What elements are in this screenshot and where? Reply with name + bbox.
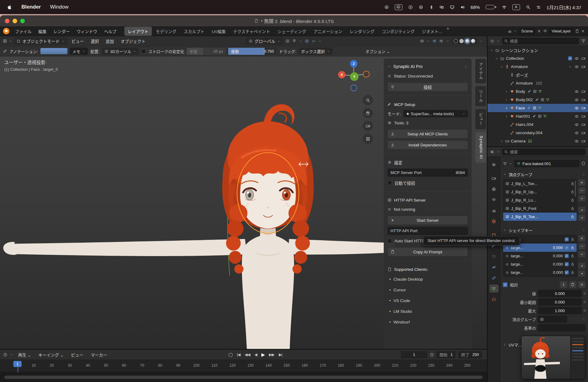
proportional-edit-icon[interactable]: [305, 39, 309, 43]
basis-field[interactable]: [538, 324, 586, 331]
hide-eye-icon[interactable]: [575, 106, 579, 110]
workspace-tab-uv[interactable]: UV編集: [209, 27, 229, 36]
tab-world[interactable]: [489, 217, 499, 225]
menu-file[interactable]: ファイル: [12, 27, 35, 36]
jump-to-start-button[interactable]: |◀: [237, 352, 240, 357]
zoom-window-button[interactable]: [20, 19, 25, 23]
panel-drag-dots-icon[interactable]: [464, 65, 468, 69]
minimize-window-button[interactable]: [13, 19, 17, 23]
vertex-group-row-selected[interactable]: J_Bip_R_Toe...: [503, 213, 577, 221]
panel-drag-dots-icon[interactable]: [582, 228, 586, 232]
chevron-down-icon[interactable]: [299, 40, 302, 43]
marker-menu[interactable]: マーカー: [88, 350, 110, 359]
add-vertex-group-button[interactable]: [578, 179, 586, 186]
outliner-row-body002[interactable]: Body.002: [488, 96, 588, 104]
install-dependencies-button[interactable]: Install Dependencies: [387, 140, 468, 149]
tab-view[interactable]: ビュー: [475, 109, 486, 129]
drag-dropdown[interactable]: ボックス選択: [299, 47, 333, 55]
http-api-port-field[interactable]: HTTP API Port: [387, 227, 468, 235]
outliner-row-collection[interactable]: Collection ✓: [488, 54, 588, 62]
chevron-down-icon[interactable]: [509, 162, 512, 165]
outliner-row-hair001[interactable]: Hair001: [488, 112, 588, 120]
hide-eye-icon[interactable]: [575, 89, 579, 94]
keying-menu[interactable]: キーイング ⌄: [36, 350, 66, 359]
prev-keyframe-button[interactable]: ◀◀: [245, 352, 250, 357]
outliner-search-input[interactable]: 検索: [502, 38, 579, 44]
list-scrollbar[interactable]: [575, 181, 576, 197]
shape-key-row[interactable]: targe... 0.000 ✓: [503, 252, 577, 260]
properties-search-input[interactable]: 検索: [502, 149, 586, 155]
vertex-group-selector[interactable]: [538, 316, 567, 323]
lock-open-icon[interactable]: [571, 254, 575, 258]
mcp-mode-dropdown[interactable]: ★ SuperSav... meta-tools): [403, 110, 468, 117]
lock-open-icon[interactable]: [571, 262, 575, 266]
chevron-down-icon[interactable]: [387, 65, 391, 68]
tab-material[interactable]: [489, 295, 499, 303]
vertex-groups-section-header[interactable]: 頂点グループ: [503, 170, 586, 178]
viewlayer-copy-icon[interactable]: [575, 29, 579, 33]
tab-scene[interactable]: [489, 206, 499, 214]
chevron-down-icon[interactable]: [9, 40, 12, 43]
outliner-row-body[interactable]: Body: [488, 87, 588, 96]
orientation-dropdown[interactable]: グローバル: [246, 37, 283, 45]
view-menu[interactable]: ビュー: [69, 37, 87, 45]
lock-open-icon[interactable]: [571, 198, 575, 202]
chevron-down-icon[interactable]: [318, 40, 322, 43]
close-window-button[interactable]: [5, 19, 9, 23]
sync-icon[interactable]: ◯: [228, 352, 233, 357]
shape-key-row[interactable]: targe... 0.000 ✓: [503, 268, 577, 277]
chevron-down-icon[interactable]: [427, 40, 430, 43]
chevron-down-icon[interactable]: [496, 39, 500, 43]
viewlayer-icon[interactable]: [543, 29, 547, 33]
play-reverse-button[interactable]: ◀: [254, 352, 257, 357]
chevron-down-icon[interactable]: [496, 150, 500, 153]
hide-eye-icon[interactable]: [575, 139, 579, 143]
tab-tool[interactable]: [489, 161, 499, 168]
timeline-ruler[interactable]: 1 10203040506070809010011012013014015016…: [0, 360, 487, 372]
lock-open-icon[interactable]: [571, 246, 575, 250]
add-shape-key-button[interactable]: [578, 235, 586, 242]
workspace-tab-geometry[interactable]: ジオメト...: [419, 27, 445, 36]
vertex-group-row[interactable]: J_Bip_R_Foot: [503, 204, 577, 213]
render-preview-overlay[interactable]: [521, 336, 585, 379]
shapekey-mute-checkbox[interactable]: ✓: [565, 246, 569, 250]
stabilize-stroke-checkbox[interactable]: [141, 49, 146, 54]
shapekey-mute-checkbox[interactable]: ✓: [565, 254, 569, 258]
workspace-tab-rendering[interactable]: レンダリング: [346, 27, 378, 36]
lock-open-icon[interactable]: [571, 206, 575, 210]
scene-unlink-icon[interactable]: [537, 29, 541, 33]
shapekey-mute-checkbox[interactable]: ✓: [565, 262, 569, 266]
move-down-button[interactable]: [578, 214, 586, 221]
control-center-icon[interactable]: [536, 5, 541, 9]
viewport-3d[interactable]: ユーザー・透視投影 (1) Collection | Face : target…: [0, 56, 487, 349]
timeline-scrollbar[interactable]: [4, 376, 483, 379]
outliner-row-armature-data[interactable]: Armature 102: [488, 79, 588, 87]
bluetooth-icon[interactable]: [429, 5, 434, 9]
outliner-row-pose[interactable]: ポーズ: [488, 71, 588, 79]
chevron-down-icon[interactable]: [500, 65, 503, 69]
tab-output[interactable]: [489, 185, 499, 193]
shape-key-specials-button[interactable]: [578, 251, 586, 258]
viewlayer-remove-icon[interactable]: [581, 29, 585, 33]
value-field[interactable]: 0.000: [538, 290, 582, 297]
tab-object-data[interactable]: [489, 285, 499, 293]
add-workspace-icon[interactable]: [446, 27, 450, 31]
vertex-group-specials-button[interactable]: [578, 195, 586, 202]
hide-eye-icon[interactable]: [575, 114, 579, 119]
gizmos-icon[interactable]: [432, 39, 437, 43]
placement-dropdown[interactable]: 3Dカーソル: [102, 47, 139, 55]
snap-magnet-icon[interactable]: [292, 39, 296, 43]
clear-icon[interactable]: [578, 281, 586, 288]
view-menu[interactable]: ビュー: [69, 350, 86, 359]
volume-icon[interactable]: [460, 5, 465, 9]
blender-logo[interactable]: [3, 28, 9, 34]
lock-open-icon[interactable]: [571, 215, 575, 219]
render-visibility-icon[interactable]: [581, 114, 586, 119]
current-frame-field[interactable]: 1: [401, 351, 427, 358]
scene-browse-icon[interactable]: [507, 29, 512, 33]
next-keyframe-button[interactable]: ▶▶: [269, 352, 274, 357]
tab-tool[interactable]: ツール: [475, 86, 486, 106]
sort-icon[interactable]: [560, 281, 567, 288]
editor-type-icon[interactable]: [3, 39, 7, 43]
datablock-name-field[interactable]: Face.baked.001: [514, 160, 579, 167]
